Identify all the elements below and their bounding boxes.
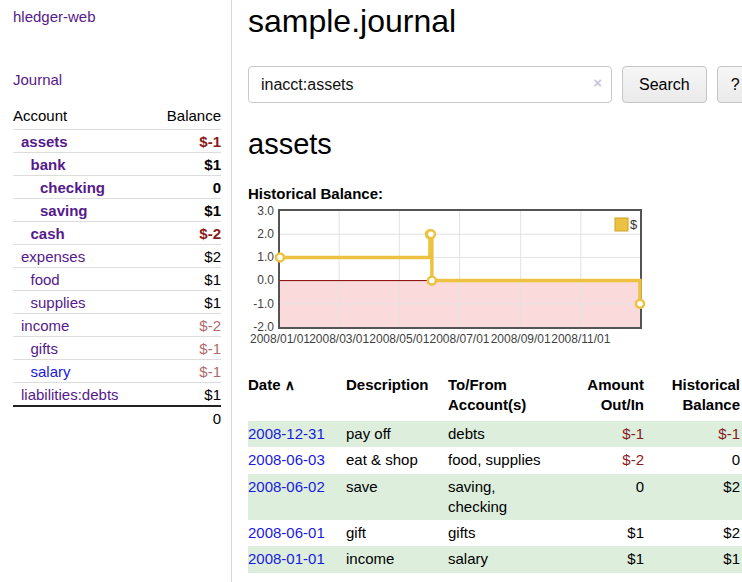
app-root: hledger-web Journal Account Balance asse… [0,0,742,582]
account-heading: assets [248,128,742,161]
account-link[interactable]: checking [40,179,105,196]
transactions-header-row: Date ∧ Description To/From Account(s) Am… [248,373,742,422]
brand-link[interactable]: hledger-web [13,8,221,25]
page-title: sample.journal [248,2,742,40]
account-balance: $1 [150,199,221,222]
help-button[interactable]: ? [717,66,742,103]
account-balance: $-1 [150,130,221,153]
chart-svg: $ [280,211,640,327]
transaction-description: eat & shop [346,447,448,473]
account-balance: $-2 [150,314,221,337]
transaction-amount: $1 [560,520,646,546]
accounts-header-account: Account [13,105,150,130]
y-axis-tick-label: -1.0 [248,297,274,311]
transaction-date-link[interactable]: 2008-01-01 [248,550,325,567]
account-link[interactable]: gifts [31,340,59,357]
chart-plot-area: $ [278,209,642,329]
account-row: salary$-1 [13,360,221,383]
chart-title: Historical Balance: [248,185,742,202]
account-row: bank$1 [13,153,221,176]
sidebar-accounts-table: Account Balance assets$-1bank$1checking0… [13,105,221,429]
search-box: × [248,66,612,103]
account-row: gifts$-1 [13,337,221,360]
x-axis-tick-label: 2008/09/01 [491,332,551,346]
account-link[interactable]: cash [31,225,65,242]
transaction-balance: $1 [646,546,742,572]
nav-journal-link[interactable]: Journal [13,71,62,88]
transaction-date-link[interactable]: 2008-06-01 [248,524,325,541]
transaction-balance: 0 [646,447,742,473]
search-input[interactable] [248,66,612,103]
transaction-accounts: gifts [448,520,560,546]
transaction-row: 2008-06-02savesaving, checking0$2 [248,474,742,521]
account-link[interactable]: income [21,317,69,334]
transaction-row: 2008-01-01incomesalary$1$1 [248,546,742,572]
transaction-description: gift [346,520,448,546]
account-link[interactable]: supplies [31,294,86,311]
col-amount: Amount Out/In [560,373,646,422]
y-axis-tick-label: 1.0 [248,250,274,264]
x-axis-tick-label: 2008/01/01 [250,332,310,346]
account-row: assets$-1 [13,130,221,153]
account-link[interactable]: food [31,271,60,288]
transaction-accounts: salary [448,546,560,572]
transaction-row: 2008-06-03eat & shopfood, supplies$-20 [248,447,742,473]
col-description: Description [346,373,448,422]
account-balance: $-2 [150,222,221,245]
transaction-row: 2008-12-31pay offdebts$-1$-1 [248,421,742,447]
transaction-amount: $1 [560,546,646,572]
transaction-balance: $2 [646,474,742,521]
transaction-description: pay off [346,421,448,447]
sidebar-nav: Journal [13,71,221,88]
transactions-table: Date ∧ Description To/From Account(s) Am… [248,373,742,573]
search-bar: × Search ? [248,66,742,103]
chart-x-axis: 2008/01/012008/03/012008/05/012008/07/01… [278,332,648,350]
x-axis-tick-label: 2008/05/01 [369,332,429,346]
accounts-header-balance: Balance [150,105,221,130]
x-axis-tick-label: 2008/07/01 [429,332,489,346]
y-axis-tick-label: 0.0 [248,273,274,287]
account-row: liabilities:debts$1 [13,383,221,407]
account-link[interactable]: salary [31,363,71,380]
account-balance: $1 [150,153,221,176]
account-balance: $1 [150,268,221,291]
account-row: cash$-2 [13,222,221,245]
account-balance: $-1 [150,360,221,383]
account-row: supplies$1 [13,291,221,314]
transaction-balance: $2 [646,520,742,546]
transaction-balance: $-1 [646,421,742,447]
account-row: food$1 [13,268,221,291]
clear-search-icon[interactable]: × [593,75,602,90]
search-button[interactable]: Search [622,66,707,103]
account-row: expenses$2 [13,245,221,268]
y-axis-tick-label: 3.0 [248,204,274,218]
sidebar: hledger-web Journal Account Balance asse… [0,0,232,582]
transaction-amount: $-1 [560,421,646,447]
balance-chart: 3.02.01.00.0-1.0-2.0 $ 2008/01/012008/03… [248,209,648,350]
svg-text:$: $ [630,217,638,232]
account-row: saving$1 [13,199,221,222]
account-balance: 0 [150,176,221,199]
col-date-sort[interactable]: Date ∧ [248,373,346,422]
transaction-date-link[interactable]: 2008-06-02 [248,478,325,495]
col-balance: Historical Balance [646,373,742,422]
account-balance: $1 [150,291,221,314]
account-balance: $2 [150,245,221,268]
col-accounts: To/From Account(s) [448,373,560,422]
transaction-date-link[interactable]: 2008-06-03 [248,451,325,468]
account-link[interactable]: expenses [21,248,85,265]
accounts-total-row: 0 [13,406,221,429]
transaction-date-link[interactable]: 2008-12-31 [248,425,325,442]
account-row: checking0 [13,176,221,199]
account-link[interactable]: bank [31,156,66,173]
transaction-accounts: saving, checking [448,474,560,521]
account-link[interactable]: assets [21,133,68,150]
x-axis-tick-label: 2008/03/01 [309,332,369,346]
transaction-amount: $-2 [560,447,646,473]
y-axis-tick-label: 2.0 [248,227,274,241]
account-link[interactable]: saving [40,202,88,219]
transaction-accounts: debts [448,421,560,447]
main-content: sample.journal × Search ? assets Histori… [232,0,742,582]
sort-asc-icon: ∧ [285,377,295,393]
account-link[interactable]: liabilities:debts [21,386,119,403]
